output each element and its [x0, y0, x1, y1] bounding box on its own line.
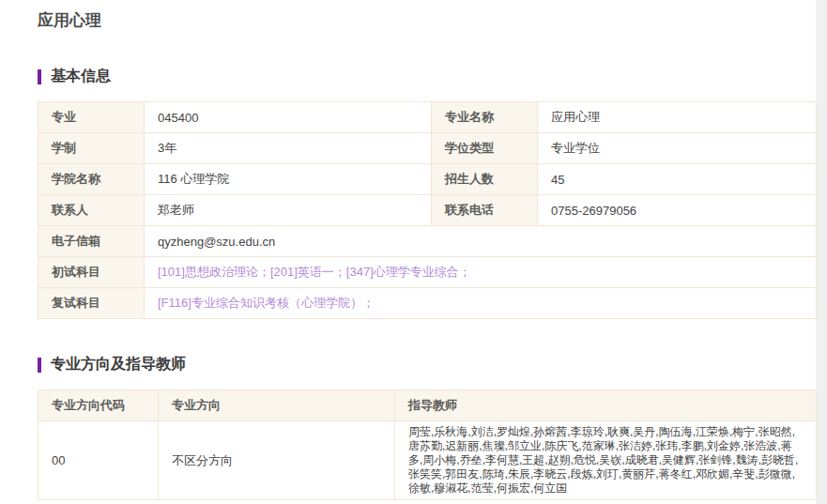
- section-header-basic-info: 基本信息: [38, 67, 816, 86]
- field-label-retest: 复试科目: [38, 288, 145, 319]
- table-row: 00 不区分方向 周莹,乐秋海,刘洁,罗灿煌,孙熔茜,李琼玲,耿爽,吴丹,陶伍海…: [38, 421, 817, 500]
- table-row: 专业 045400 专业名称 应用心理: [38, 102, 817, 133]
- column-header-advisors: 指导教师: [395, 390, 817, 421]
- column-header-direction-code: 专业方向代码: [38, 390, 159, 421]
- direction-code-cell: 00: [38, 421, 159, 500]
- field-label-enrollment: 招生人数: [432, 164, 538, 195]
- field-value-email: qyzheng@szu.edu.cn: [145, 226, 817, 257]
- field-value-major-code: 045400: [145, 102, 432, 133]
- field-value-phone: 0755-26979056: [538, 195, 817, 226]
- content-panel: 应用心理 基本信息 专业 045400 专业名称 应用心理 学制 3年 学位类型…: [0, 0, 816, 504]
- field-label-email: 电子信箱: [38, 226, 145, 257]
- field-label-major-code: 专业: [38, 102, 145, 133]
- field-label-initial-exam: 初试科目: [38, 257, 145, 288]
- section-accent-bar: [38, 69, 41, 84]
- page-title: 应用心理: [38, 9, 816, 31]
- field-value-retest: [F116]专业综合知识考核（心理学院）；: [145, 288, 817, 319]
- table-row: 学院名称 116 心理学院 招生人数 45: [38, 164, 817, 195]
- section-header-directions: 专业方向及指导教师: [38, 355, 816, 374]
- field-label-major-name: 专业名称: [432, 102, 538, 133]
- table-row: 联系人 郑老师 联系电话 0755-26979056: [38, 195, 817, 226]
- table-row: 初试科目 [101]思想政治理论；[201]英语一；[347]心理学专业综合；: [38, 257, 817, 288]
- direction-name-cell: 不区分方向: [159, 421, 395, 500]
- field-value-initial-exam: [101]思想政治理论；[201]英语一；[347]心理学专业综合；: [145, 257, 817, 288]
- field-label-phone: 联系电话: [432, 195, 538, 226]
- section-title-basic-info: 基本信息: [51, 67, 111, 86]
- field-label-duration: 学制: [38, 133, 145, 164]
- field-value-enrollment: 45: [538, 164, 817, 195]
- field-value-duration: 3年: [145, 133, 432, 164]
- field-value-contact-person: 郑老师: [145, 195, 432, 226]
- section-accent-bar: [38, 358, 41, 373]
- directions-table: 专业方向代码 专业方向 指导教师 00 不区分方向 周莹,乐秋海,刘洁,罗灿煌,…: [38, 389, 817, 500]
- field-label-college: 学院名称: [38, 164, 145, 195]
- table-row: 复试科目 [F116]专业综合知识考核（心理学院）；: [38, 288, 817, 319]
- field-value-degree-type: 专业学位: [538, 133, 817, 164]
- advisors-cell: 周莹,乐秋海,刘洁,罗灿煌,孙熔茜,李琼玲,耿爽,吴丹,陶伍海,江荣焕,梅宁,张…: [395, 421, 817, 500]
- field-value-major-name: 应用心理: [538, 102, 817, 133]
- field-label-contact-person: 联系人: [38, 195, 145, 226]
- basic-info-table: 专业 045400 专业名称 应用心理 学制 3年 学位类型 专业学位 学院名称…: [38, 101, 817, 319]
- table-row: 学制 3年 学位类型 专业学位: [38, 133, 817, 164]
- field-label-degree-type: 学位类型: [432, 133, 538, 164]
- column-header-direction: 专业方向: [159, 390, 395, 421]
- field-value-college: 116 心理学院: [145, 164, 432, 195]
- table-header-row: 专业方向代码 专业方向 指导教师: [38, 390, 817, 421]
- section-title-directions: 专业方向及指导教师: [51, 355, 186, 374]
- table-row: 电子信箱 qyzheng@szu.edu.cn: [38, 226, 817, 257]
